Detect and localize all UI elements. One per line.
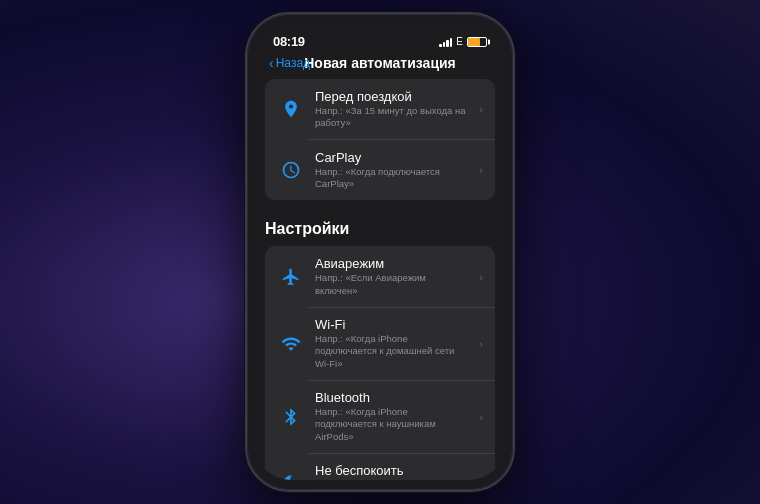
carplay-text: CarPlay Напр.: «Когда подключается CarPl… [315, 150, 469, 191]
chevron-right-icon: › [479, 338, 483, 350]
settings-group: Авиарежим Напр.: «Если Авиарежим включен… [265, 246, 495, 480]
wifi-title: Wi-Fi [315, 317, 469, 332]
car-icon [277, 95, 305, 123]
bluetooth-title: Bluetooth [315, 390, 469, 405]
carplay-title: CarPlay [315, 150, 469, 165]
do-not-disturb-item[interactable]: Не беспокоить Напр.: «Когда включается р… [265, 453, 495, 480]
status-time: 08:19 [273, 34, 305, 49]
phone-frame: 08:19 E ‹ На [245, 12, 515, 492]
carplay-subtitle: Напр.: «Когда подключается CarPlay» [315, 166, 469, 191]
before-trip-title: Перед поездкой [315, 89, 469, 104]
status-bar: 08:19 E [253, 24, 507, 53]
content-area: Перед поездкой Напр.: «За 15 минут до вы… [253, 79, 507, 480]
chevron-right-icon: › [479, 271, 483, 283]
before-trip-text: Перед поездкой Напр.: «За 15 минут до вы… [315, 89, 469, 130]
travel-group: Перед поездкой Напр.: «За 15 минут до вы… [265, 79, 495, 200]
chevron-right-icon: › [479, 103, 483, 115]
carplay-item[interactable]: CarPlay Напр.: «Когда подключается CarPl… [265, 140, 495, 201]
signal-bars-icon [439, 37, 452, 47]
chevron-right-icon: › [479, 411, 483, 423]
do-not-disturb-text: Не беспокоить Напр.: «Когда включается р… [315, 463, 469, 480]
bluetooth-subtitle: Напр.: «Когда iPhone подключается к науш… [315, 406, 469, 443]
carrier-label: E [456, 36, 463, 47]
settings-header: Настройки [265, 216, 495, 246]
back-chevron-icon: ‹ [269, 55, 274, 71]
chevron-right-icon: › [479, 477, 483, 480]
battery-fill [468, 38, 480, 46]
before-trip-subtitle: Напр.: «За 15 минут до выхода на работу» [315, 105, 469, 130]
back-label: Назад [276, 56, 310, 70]
wifi-item[interactable]: Wi-Fi Напр.: «Когда iPhone подключается … [265, 307, 495, 380]
page-title: Новая автоматизация [304, 55, 456, 71]
battery-icon [467, 37, 487, 47]
wifi-icon [277, 330, 305, 358]
bluetooth-icon [277, 403, 305, 431]
before-trip-item[interactable]: Перед поездкой Напр.: «За 15 минут до вы… [265, 79, 495, 140]
airplane-mode-subtitle: Напр.: «Если Авиарежим включен» [315, 272, 469, 297]
wifi-subtitle: Напр.: «Когда iPhone подключается к дома… [315, 333, 469, 370]
airplane-mode-text: Авиарежим Напр.: «Если Авиарежим включен… [315, 256, 469, 297]
nav-bar: ‹ Назад Новая автоматизация [253, 53, 507, 79]
airplane-icon [277, 263, 305, 291]
wifi-text: Wi-Fi Напр.: «Когда iPhone подключается … [315, 317, 469, 370]
phone-device: 08:19 E ‹ На [245, 12, 515, 492]
bluetooth-text: Bluetooth Напр.: «Когда iPhone подключае… [315, 390, 469, 443]
carplay-icon [277, 156, 305, 184]
phone-screen: 08:19 E ‹ На [253, 24, 507, 480]
bluetooth-item[interactable]: Bluetooth Напр.: «Когда iPhone подключае… [265, 380, 495, 453]
chevron-right-icon: › [479, 164, 483, 176]
status-icons: E [439, 36, 487, 47]
back-button[interactable]: ‹ Назад [269, 55, 310, 71]
airplane-mode-item[interactable]: Авиарежим Напр.: «Если Авиарежим включен… [265, 246, 495, 307]
do-not-disturb-title: Не беспокоить [315, 463, 469, 478]
do-not-disturb-subtitle: Напр.: «Когда включается режим "Не беспо… [315, 479, 469, 480]
moon-icon [277, 469, 305, 480]
airplane-mode-title: Авиарежим [315, 256, 469, 271]
